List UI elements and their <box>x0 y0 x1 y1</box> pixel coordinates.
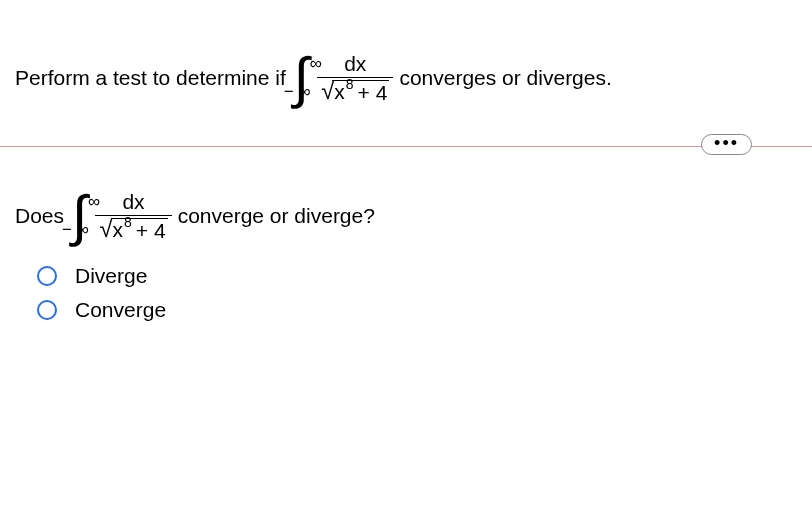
options: Diverge Converge <box>37 264 797 322</box>
numerator: dx <box>340 52 370 77</box>
lower-limit: − ∞ <box>284 64 311 120</box>
sqrt: √ x 8 + 4 <box>321 80 389 104</box>
radio-icon[interactable] <box>37 266 57 286</box>
denominator-2: √ x 8 + 4 <box>95 215 171 242</box>
option-diverge[interactable]: Diverge <box>37 264 797 288</box>
x-power: x 8 <box>334 81 353 102</box>
denominator: √ x 8 + 4 <box>317 77 393 104</box>
more-button[interactable]: ••• <box>701 134 752 155</box>
integral-expression: ∫ ∞ − ∞ dx √ x 8 + 4 <box>292 50 394 106</box>
numerator-2: dx <box>118 190 148 215</box>
integral-expression-2: ∫ ∞ − ∞ dx √ x 8 + 4 <box>70 188 172 244</box>
option-converge[interactable]: Converge <box>37 298 797 322</box>
upper-limit-2: ∞ <box>88 174 100 230</box>
fraction: dx √ x 8 + 4 <box>317 52 393 104</box>
divider <box>0 146 812 147</box>
integral-symbol-2: ∫ ∞ − ∞ <box>70 188 89 244</box>
option-label: Diverge <box>75 264 147 288</box>
radio-icon[interactable] <box>37 300 57 320</box>
prompt-after: converges or diverges. <box>399 66 611 90</box>
radicand: x 8 + 4 <box>332 80 389 104</box>
question-before: Does <box>15 204 64 228</box>
lower-limit-2: − ∞ <box>62 202 89 258</box>
integral-symbol: ∫ ∞ − ∞ <box>292 50 311 106</box>
sqrt-2: √ x 8 + 4 <box>99 218 167 242</box>
question-after: converge or diverge? <box>178 204 375 228</box>
fraction-2: dx √ x 8 + 4 <box>95 190 171 242</box>
question-row: Does ∫ ∞ − ∞ dx √ x 8 + 4 <box>15 188 797 244</box>
option-label: Converge <box>75 298 166 322</box>
radicand-2: x 8 + 4 <box>111 218 168 242</box>
upper-limit: ∞ <box>310 36 322 92</box>
x-power-2: x 8 <box>113 219 132 240</box>
problem-prompt: Perform a test to determine if ∫ ∞ − ∞ d… <box>15 50 797 106</box>
prompt-before: Perform a test to determine if <box>15 66 286 90</box>
